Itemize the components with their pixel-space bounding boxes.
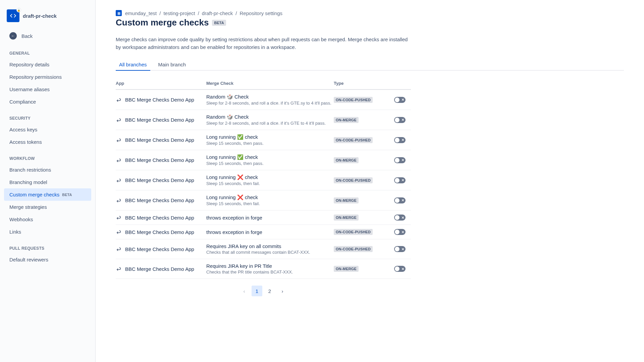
table-row: BBC Merge Checks Demo Appthrows exceptio…: [116, 225, 411, 239]
tab-all-branches[interactable]: All branches: [116, 59, 150, 71]
check-sub: Checks that all commit messages contain …: [206, 250, 334, 255]
check-cell: Long running ✅ checkSleep 15 seconds, th…: [206, 154, 334, 166]
back-arrow-icon: ←: [9, 32, 17, 40]
checklist-icon: [116, 197, 122, 203]
enable-toggle[interactable]: ✕: [394, 97, 406, 103]
type-cell: ON-MERGE: [334, 266, 394, 272]
page-beta-badge: BETA: [212, 20, 226, 26]
nav-merge-strategies[interactable]: Merge strategies: [0, 201, 95, 213]
breadcrumb-workspace[interactable]: emunday_test: [125, 10, 157, 16]
checklist-icon: [116, 137, 122, 143]
nav-compliance[interactable]: Compliance: [0, 96, 95, 108]
check-cell: Long running ✅ checkSleep 15 seconds, th…: [206, 134, 334, 146]
enable-toggle[interactable]: ✕: [394, 137, 406, 143]
nav-custom-merge-checks[interactable]: Custom merge checks BETA: [4, 188, 91, 201]
toggle-cell: ✕: [394, 117, 411, 123]
nav-default-reviewers[interactable]: Default reviewers: [0, 253, 95, 266]
main-content: ▦ emunday_test / testing-project / draft…: [96, 0, 644, 362]
breadcrumb-project[interactable]: testing-project: [163, 10, 195, 16]
type-badge: ON-MERGE: [334, 197, 359, 203]
check-sub: Sleep 15 seconds, then fail.: [206, 201, 334, 206]
section-pull-requests-label: PULL REQUESTS: [0, 238, 95, 253]
check-title: Random 🎲 Check: [206, 94, 334, 100]
nav-webhooks[interactable]: Webhooks: [0, 213, 95, 226]
check-sub: Sleep for 2-8 seconds, and roll a dice. …: [206, 101, 334, 106]
app-name: BBC Merge Checks Demo App: [125, 177, 194, 183]
enable-toggle[interactable]: ✕: [394, 215, 406, 221]
type-cell: ON-MERGE: [334, 117, 394, 123]
checklist-icon: [116, 246, 122, 252]
toggle-cell: ✕: [394, 197, 411, 203]
check-title: Long running ❌ check: [206, 194, 334, 200]
check-title: Requires JIRA key in PR Title: [206, 263, 334, 269]
tab-main-branch[interactable]: Main branch: [155, 59, 190, 71]
enable-toggle[interactable]: ✕: [394, 197, 406, 203]
enable-toggle[interactable]: ✕: [394, 117, 406, 123]
check-sub: Sleep 15 seconds, then fail.: [206, 181, 334, 186]
type-badge: ON-CODE-PUSHED: [334, 137, 373, 143]
type-badge: ON-CODE-PUSHED: [334, 246, 373, 252]
page-2-button[interactable]: 2: [264, 286, 275, 296]
nav-access-keys[interactable]: Access keys: [0, 123, 95, 136]
enable-toggle[interactable]: ✕: [394, 157, 406, 163]
check-title: Long running ❌ check: [206, 174, 334, 180]
checklist-icon: [116, 117, 122, 123]
app-cell: BBC Merge Checks Demo App: [116, 215, 206, 221]
page-title: Custom merge checks: [116, 17, 209, 28]
checklist-icon: [116, 266, 122, 272]
page-prev-button[interactable]: ‹: [239, 286, 250, 296]
toggle-knob: [395, 247, 399, 251]
app-cell: BBC Merge Checks Demo App: [116, 157, 206, 163]
page-1-button[interactable]: 1: [252, 286, 262, 296]
repo-name: draft-pr-check: [23, 13, 57, 19]
app-name: BBC Merge Checks Demo App: [125, 229, 194, 235]
type-cell: ON-CODE-PUSHED: [334, 137, 394, 143]
enable-toggle[interactable]: ✕: [394, 266, 406, 272]
toggle-off-icon: ✕: [401, 216, 404, 220]
breadcrumb-repo[interactable]: draft-pr-check: [202, 10, 233, 16]
section-general-label: GENERAL: [0, 43, 95, 58]
section-workflow-label: WORKFLOW: [0, 148, 95, 164]
nav-branching-model[interactable]: Branching model: [0, 176, 95, 188]
toggle-knob: [395, 98, 399, 102]
nav-access-tokens[interactable]: Access tokens: [0, 136, 95, 148]
enable-toggle[interactable]: ✕: [394, 229, 406, 235]
checklist-icon: [116, 157, 122, 163]
type-cell: ON-CODE-PUSHED: [334, 229, 394, 235]
table-head: App Merge Check Type: [116, 77, 411, 90]
type-badge: ON-MERGE: [334, 157, 359, 163]
breadcrumb-settings[interactable]: Repository settings: [240, 10, 283, 16]
check-title: Long running ✅ check: [206, 154, 334, 160]
nav-branch-restrictions[interactable]: Branch restrictions: [0, 164, 95, 176]
toggle-off-icon: ✕: [401, 178, 404, 182]
breadcrumb-icon: ▦: [116, 10, 122, 16]
check-sub: Sleep for 2-8 seconds, and roll a dice. …: [206, 121, 334, 126]
nav-repository-details[interactable]: Repository details: [0, 58, 95, 71]
col-check: Merge Check: [206, 81, 334, 86]
check-cell: throws exception in forge: [206, 229, 334, 235]
check-sub: Sleep 15 seconds, then pass.: [206, 141, 334, 146]
col-type: Type: [334, 81, 394, 86]
check-title: throws exception in forge: [206, 215, 334, 221]
page-title-row: Custom merge checks BETA: [116, 17, 624, 28]
nav-username-aliases[interactable]: Username aliases: [0, 83, 95, 96]
nav-links[interactable]: Links: [0, 226, 95, 238]
nav-repository-permissions[interactable]: Repository permissions: [0, 71, 95, 83]
toggle-cell: ✕: [394, 229, 411, 235]
checklist-icon: [116, 177, 122, 183]
page-next-button[interactable]: ›: [277, 286, 288, 296]
back-button[interactable]: ← Back: [0, 29, 95, 43]
enable-toggle[interactable]: ✕: [394, 246, 406, 252]
app-cell: BBC Merge Checks Demo App: [116, 266, 206, 272]
toggle-off-icon: ✕: [401, 138, 404, 142]
toggle-knob: [395, 178, 399, 183]
check-title: Long running ✅ check: [206, 134, 334, 140]
toggle-off-icon: ✕: [401, 118, 404, 122]
type-badge: ON-MERGE: [334, 215, 359, 221]
app-cell: BBC Merge Checks Demo App: [116, 246, 206, 252]
checklist-icon: [116, 229, 122, 235]
app-cell: BBC Merge Checks Demo App: [116, 137, 206, 143]
app-name: BBC Merge Checks Demo App: [125, 197, 194, 203]
tabs: All branches Main branch: [116, 59, 624, 71]
enable-toggle[interactable]: ✕: [394, 177, 406, 183]
